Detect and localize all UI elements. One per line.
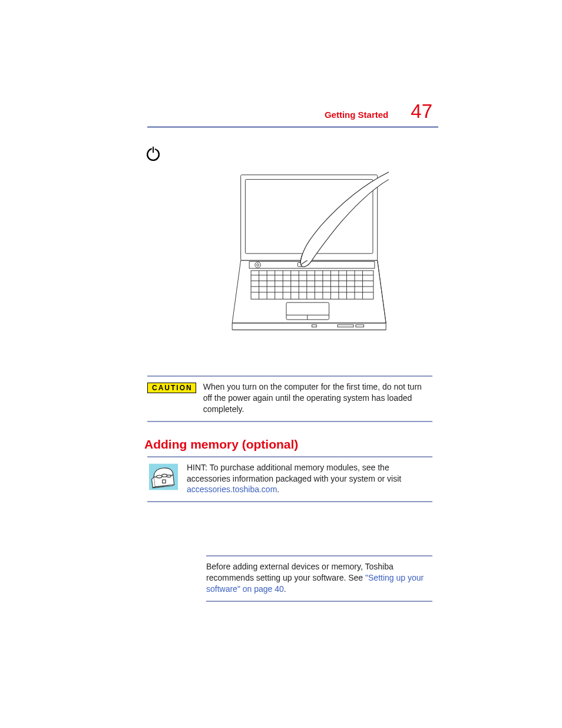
hint-text: HINT: To purchase additional memory modu… [187, 462, 432, 496]
hint-text-prefix: HINT: To purchase additional memory modu… [187, 463, 401, 483]
section-label: Getting Started [325, 110, 388, 120]
svg-rect-33 [355, 325, 363, 327]
section-heading: Adding memory (optional) [144, 437, 432, 452]
note-text: Before adding external devices or memory… [206, 556, 432, 601]
svg-point-37 [167, 475, 171, 477]
svg-rect-32 [338, 325, 353, 327]
svg-rect-31 [312, 325, 316, 327]
svg-rect-38 [163, 480, 166, 483]
svg-point-7 [256, 263, 259, 266]
caution-badge: CAUTION [147, 383, 196, 393]
header-rule [147, 126, 438, 128]
svg-point-35 [157, 475, 162, 478]
accessories-link[interactable]: accessories.toshiba.com [187, 485, 277, 494]
note-callout: Before adding external devices or memory… [206, 555, 432, 602]
hint-icon [147, 462, 180, 494]
hint-text-suffix: . [277, 485, 279, 494]
note-rule-bottom [206, 601, 432, 602]
document-page: Getting Started 47 [0, 0, 562, 602]
note-text-suffix: . [284, 584, 286, 594]
svg-rect-5 [249, 262, 375, 269]
caution-text: When you turn on the computer for the fi… [203, 381, 432, 415]
page-header: Getting Started 47 [147, 100, 438, 123]
svg-rect-9 [251, 271, 373, 299]
caution-callout: CAUTION When you turn on the computer fo… [147, 375, 432, 422]
callout-rule-bottom [147, 421, 432, 422]
page-number: 47 [411, 100, 432, 123]
laptop-illustration [144, 169, 432, 340]
svg-point-6 [254, 262, 260, 268]
hint-callout: HINT: To purchase additional memory modu… [147, 456, 432, 503]
svg-line-4 [377, 261, 386, 323]
power-icon [144, 144, 432, 164]
